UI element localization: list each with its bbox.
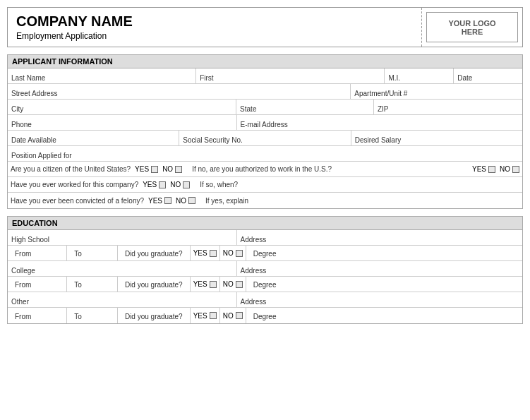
worked-no-checkbox[interactable]: [183, 181, 190, 188]
hs-graduate-label: Did you graduate?: [121, 248, 186, 259]
no-label-3: NO: [170, 181, 181, 188]
worked-question: Have you ever worked for this company?: [11, 181, 138, 188]
company-name: COMPANY NAME: [16, 13, 413, 30]
first-label: First: [196, 72, 217, 83]
college-label: College: [8, 265, 39, 276]
citizenship-yes-checkbox[interactable]: [151, 166, 158, 173]
position-cell: Position Applied for: [8, 146, 522, 161]
citizenship-no-checkbox[interactable]: [175, 166, 182, 173]
highschool-address-label: Address: [237, 234, 270, 245]
last-name-cell: Last Name: [8, 68, 196, 83]
other-address-label: Address: [237, 296, 270, 307]
zip-cell: ZIP: [374, 100, 522, 114]
app-subtitle: Employment Application: [16, 31, 413, 41]
hs-to-label: To: [71, 248, 85, 259]
mi-label: M.I.: [385, 72, 404, 83]
company-info: COMPANY NAME Employment Application: [8, 8, 422, 47]
citizenship-no: NO: [162, 165, 182, 173]
other-row: Other Address: [8, 292, 522, 308]
oth-no-checkbox[interactable]: [236, 312, 243, 319]
first-name-cell: First: [196, 68, 385, 83]
education-section: EDUCATION High School Address From To: [7, 216, 523, 324]
oth-yes-checkbox[interactable]: [210, 312, 217, 319]
ssn-cell: Social Security No.: [179, 131, 351, 145]
last-name-label: Last Name: [8, 72, 49, 83]
desired-salary-cell: Desired Salary: [351, 131, 522, 145]
hs-no-label: NO: [223, 249, 234, 257]
felony-yes: YES: [148, 197, 171, 205]
header: COMPANY NAME Employment Application YOUR…: [7, 7, 523, 47]
oth-no-label: NO: [223, 312, 234, 320]
worked-yes: YES: [143, 181, 166, 188]
felony-row: Have you ever been convicted of a felony…: [8, 193, 522, 208]
no-label-1: NO: [162, 165, 173, 173]
felony-yes-checkbox[interactable]: [164, 197, 171, 204]
citizenship-row: Are you a citizen of the United States? …: [8, 162, 522, 177]
address-row: Street Address Apartment/Unit #: [8, 84, 522, 100]
no-label-2: NO: [500, 165, 510, 173]
yes-label-3: YES: [143, 181, 157, 188]
felony-no: NO: [176, 197, 195, 205]
position-row: Position Applied for: [8, 146, 522, 162]
date-available-label: Date Available: [8, 134, 60, 145]
ssn-label: Social Security No.: [179, 134, 246, 145]
explain-question: If yes, explain: [205, 197, 519, 205]
citizenship-question: Are you a citizen of the United States?: [11, 165, 131, 173]
other-detail-row: From To Did you graduate? YES NO Degree: [8, 308, 522, 323]
state-cell: State: [236, 100, 374, 114]
college-row: College Address: [8, 261, 522, 277]
oth-degree-label: Degree: [250, 311, 280, 322]
felony-question: Have you ever been convicted of a felony…: [11, 197, 144, 205]
street-address-label: Street Address: [8, 88, 61, 99]
col-no-checkbox[interactable]: [236, 281, 243, 288]
oth-yes-label: YES: [193, 312, 207, 320]
date-available-cell: Date Available: [8, 131, 179, 145]
oth-to-label: To: [71, 311, 85, 322]
logo-placeholder: YOUR LOGOHERE: [426, 12, 518, 42]
col-yes-label: YES: [193, 280, 207, 288]
mi-cell: M.I.: [385, 68, 454, 83]
college-detail-row: From To Did you graduate? YES NO Degree: [8, 277, 522, 292]
zip-label: ZIP: [374, 103, 392, 114]
highschool-row: High School Address: [8, 230, 522, 246]
no-label-4: NO: [176, 197, 186, 205]
availability-row: Date Available Social Security No. Desir…: [8, 131, 522, 146]
apartment-label: Apartment/Unit #: [351, 88, 411, 99]
position-label: Position Applied for: [8, 150, 76, 161]
yes-label-1: YES: [135, 165, 149, 173]
authorized-no-checkbox[interactable]: [512, 166, 519, 173]
hs-degree-label: Degree: [250, 248, 280, 259]
email-label: E-mail Address: [237, 119, 291, 130]
hs-yes-label: YES: [193, 249, 207, 257]
col-to-label: To: [71, 279, 85, 290]
highschool-detail-row: From To Did you graduate? YES NO Degree: [8, 246, 522, 261]
authorized-no: NO: [500, 165, 519, 173]
worked-yes-checkbox[interactable]: [159, 181, 166, 188]
email-cell: E-mail Address: [237, 115, 522, 130]
hs-no-checkbox[interactable]: [236, 250, 243, 257]
phone-cell: Phone: [8, 115, 237, 130]
applicant-section: APPLICANT INFORMATION Last Name First M.…: [7, 54, 523, 209]
col-yes-checkbox[interactable]: [210, 281, 217, 288]
authorized-yes: YES: [472, 165, 495, 173]
felony-no-checkbox[interactable]: [188, 197, 195, 204]
hs-from-label: From: [11, 248, 35, 259]
col-from-label: From: [11, 279, 35, 290]
when-question: If so, when?: [200, 181, 519, 188]
yes-label-2: YES: [472, 165, 486, 173]
authorized-question: If no, are you authorized to work in the…: [192, 165, 468, 173]
col-no-label: NO: [223, 280, 234, 288]
phone-label: Phone: [8, 119, 35, 130]
yes-label-4: YES: [148, 197, 162, 205]
hs-yes-checkbox[interactable]: [210, 250, 217, 257]
col-graduate-label: Did you graduate?: [121, 279, 186, 290]
highschool-label: High School: [8, 234, 53, 245]
city-row: City State ZIP: [8, 100, 522, 115]
state-label: State: [236, 103, 260, 114]
col-degree-label: Degree: [250, 279, 280, 290]
college-address-label: Address: [237, 265, 270, 276]
worked-row: Have you ever worked for this company? Y…: [8, 177, 522, 193]
education-section-title: EDUCATION: [8, 217, 522, 230]
authorized-yes-checkbox[interactable]: [488, 166, 495, 173]
other-label: Other: [8, 296, 32, 307]
